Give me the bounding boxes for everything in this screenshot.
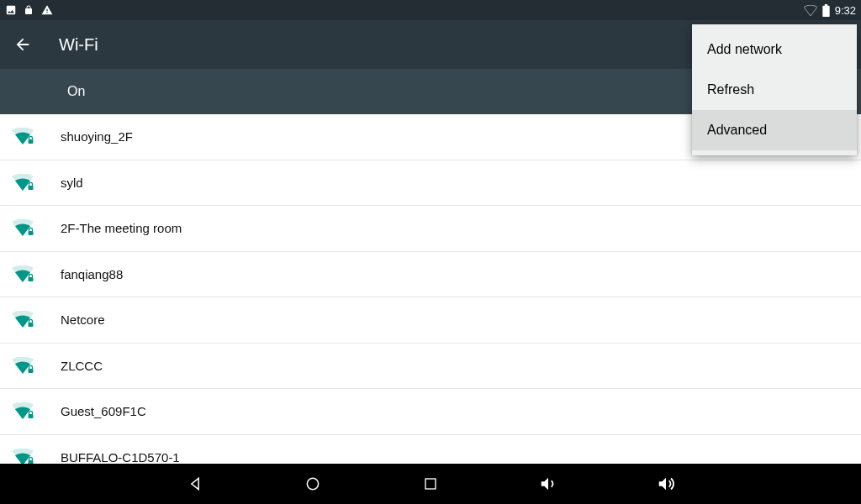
back-button[interactable] [13, 35, 32, 54]
warning-icon [40, 4, 54, 16]
svg-rect-5 [29, 369, 34, 373]
network-row[interactable]: 2F-The meeting room [0, 206, 861, 252]
menu-item[interactable]: Add network [692, 29, 857, 70]
network-ssid: fanqiang88 [61, 267, 123, 281]
page-title: Wi-Fi [59, 35, 98, 55]
battery-icon [822, 4, 830, 17]
nav-volume-up-button[interactable] [652, 470, 679, 497]
network-ssid: Guest_609F1C [61, 404, 146, 418]
svg-rect-4 [29, 323, 34, 327]
network-row[interactable]: BUFFALO-C1D570-1 [0, 435, 861, 465]
wifi-signal-icon [12, 357, 61, 375]
nav-home-button[interactable] [299, 470, 326, 497]
network-row[interactable]: fanqiang88 [0, 252, 861, 298]
network-row[interactable]: ZLCCC [0, 344, 861, 390]
wifi-signal-icon [12, 219, 61, 237]
network-ssid: Netcore [61, 312, 105, 327]
menu-item[interactable]: Refresh [692, 70, 857, 110]
network-row[interactable]: Netcore [0, 297, 861, 344]
status-time: 9:32 [835, 4, 856, 17]
network-ssid: syld [61, 176, 83, 190]
overflow-menu: Add networkRefreshAdvanced [692, 24, 857, 155]
network-ssid: shuoying_2F [61, 129, 133, 144]
wifi-signal-icon [12, 449, 61, 464]
network-ssid: ZLCCC [61, 359, 103, 373]
svg-point-8 [307, 478, 318, 489]
lock-icon [24, 4, 34, 16]
svg-rect-1 [29, 186, 34, 190]
menu-item[interactable]: Advanced [692, 110, 857, 150]
network-row[interactable]: Guest_609F1C [0, 389, 861, 435]
svg-rect-0 [29, 139, 34, 144]
svg-rect-6 [29, 414, 34, 418]
network-list[interactable]: shuoying_2Fsyld2F-The meeting roomfanqia… [0, 114, 861, 464]
image-icon [5, 4, 17, 16]
navigation-bar [0, 464, 861, 504]
svg-rect-9 [425, 479, 436, 489]
svg-rect-2 [29, 231, 34, 235]
wifi-signal-icon [12, 311, 61, 328]
network-ssid: 2F-The meeting room [61, 221, 182, 235]
wifi-status-icon [804, 5, 817, 16]
svg-rect-3 [29, 277, 34, 281]
nav-volume-down-button[interactable] [535, 470, 562, 497]
status-bar: 9:32 [0, 0, 861, 20]
nav-back-button[interactable] [182, 470, 209, 497]
wifi-signal-icon [12, 128, 61, 145]
network-ssid: BUFFALO-C1D570-1 [61, 450, 180, 464]
wifi-signal-icon [12, 402, 61, 420]
network-row[interactable]: syld [0, 160, 861, 207]
wifi-toggle-label: On [67, 84, 85, 99]
nav-recent-button[interactable] [417, 470, 444, 497]
wifi-signal-icon [12, 265, 61, 283]
wifi-signal-icon [12, 174, 61, 192]
